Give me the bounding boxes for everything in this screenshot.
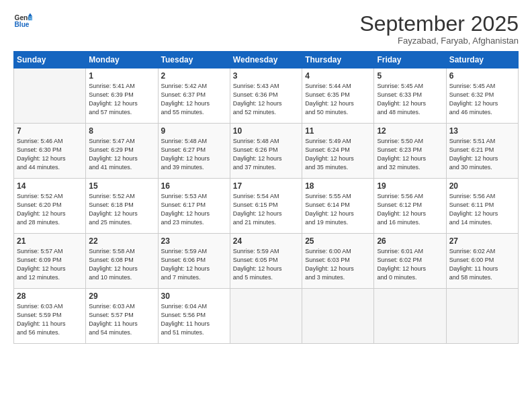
logo: General Blue (13, 12, 32, 31)
weekday-header-tuesday: Tuesday (158, 52, 230, 68)
calendar-cell: 20Sunrise: 5:56 AM Sunset: 6:11 PM Dayli… (446, 179, 518, 234)
month-title: September 2025 (359, 12, 519, 36)
day-number: 17 (233, 181, 299, 191)
day-info: Sunrise: 5:50 AM Sunset: 6:23 PM Dayligh… (377, 137, 443, 172)
calendar-week-2: 7Sunrise: 5:46 AM Sunset: 6:30 PM Daylig… (14, 124, 519, 179)
day-info: Sunrise: 5:49 AM Sunset: 6:24 PM Dayligh… (305, 137, 371, 172)
day-info: Sunrise: 5:47 AM Sunset: 6:29 PM Dayligh… (89, 137, 154, 172)
day-number: 8 (89, 126, 154, 136)
weekday-header-row: SundayMondayTuesdayWednesdayThursdayFrid… (14, 52, 519, 68)
day-info: Sunrise: 5:48 AM Sunset: 6:26 PM Dayligh… (233, 137, 299, 172)
day-number: 27 (449, 236, 515, 246)
day-number: 12 (377, 126, 443, 136)
weekday-header-sunday: Sunday (14, 52, 86, 68)
day-info: Sunrise: 5:59 AM Sunset: 6:06 PM Dayligh… (161, 247, 227, 282)
day-info: Sunrise: 6:03 AM Sunset: 5:57 PM Dayligh… (89, 302, 154, 337)
day-number: 14 (17, 181, 83, 191)
day-info: Sunrise: 5:45 AM Sunset: 6:33 PM Dayligh… (377, 82, 443, 117)
svg-text:Blue: Blue (15, 21, 30, 28)
day-number: 24 (233, 236, 299, 246)
day-number: 6 (449, 71, 515, 81)
calendar-cell: 30Sunrise: 6:04 AM Sunset: 5:56 PM Dayli… (158, 289, 230, 344)
day-number: 29 (89, 291, 154, 301)
calendar-cell: 17Sunrise: 5:54 AM Sunset: 6:15 PM Dayli… (230, 179, 302, 234)
day-number: 2 (161, 71, 227, 81)
calendar-cell (374, 289, 446, 344)
day-info: Sunrise: 5:56 AM Sunset: 6:12 PM Dayligh… (377, 192, 443, 227)
day-number: 5 (377, 71, 443, 81)
calendar-cell: 9Sunrise: 5:48 AM Sunset: 6:27 PM Daylig… (158, 124, 230, 179)
day-info: Sunrise: 5:56 AM Sunset: 6:11 PM Dayligh… (449, 192, 515, 227)
calendar-cell: 8Sunrise: 5:47 AM Sunset: 6:29 PM Daylig… (86, 124, 158, 179)
calendar-cell: 10Sunrise: 5:48 AM Sunset: 6:26 PM Dayli… (230, 124, 302, 179)
day-info: Sunrise: 5:53 AM Sunset: 6:17 PM Dayligh… (161, 192, 227, 227)
title-block: September 2025 Fayzabad, Faryab, Afghani… (359, 12, 519, 46)
calendar-cell: 16Sunrise: 5:53 AM Sunset: 6:17 PM Dayli… (158, 179, 230, 234)
day-info: Sunrise: 5:54 AM Sunset: 6:15 PM Dayligh… (233, 192, 299, 227)
calendar-cell: 6Sunrise: 5:45 AM Sunset: 6:32 PM Daylig… (446, 68, 518, 124)
day-number: 1 (89, 71, 154, 81)
day-info: Sunrise: 6:03 AM Sunset: 5:59 PM Dayligh… (17, 302, 83, 337)
day-info: Sunrise: 5:55 AM Sunset: 6:14 PM Dayligh… (305, 192, 371, 227)
day-info: Sunrise: 5:58 AM Sunset: 6:08 PM Dayligh… (89, 247, 154, 282)
calendar-cell: 19Sunrise: 5:56 AM Sunset: 6:12 PM Dayli… (374, 179, 446, 234)
page-header: General Blue September 2025 Fayzabad, Fa… (13, 12, 519, 46)
day-number: 22 (89, 236, 154, 246)
calendar-week-4: 21Sunrise: 5:57 AM Sunset: 6:09 PM Dayli… (14, 234, 519, 289)
day-info: Sunrise: 5:52 AM Sunset: 6:20 PM Dayligh… (17, 192, 83, 227)
day-info: Sunrise: 6:02 AM Sunset: 6:00 PM Dayligh… (449, 247, 515, 282)
day-number: 7 (17, 126, 83, 136)
weekday-header-thursday: Thursday (302, 52, 374, 68)
calendar-cell: 28Sunrise: 6:03 AM Sunset: 5:59 PM Dayli… (14, 289, 86, 344)
calendar-cell: 24Sunrise: 5:59 AM Sunset: 6:05 PM Dayli… (230, 234, 302, 289)
calendar-cell: 2Sunrise: 5:42 AM Sunset: 6:37 PM Daylig… (158, 68, 230, 124)
day-info: Sunrise: 5:51 AM Sunset: 6:21 PM Dayligh… (449, 137, 515, 172)
day-info: Sunrise: 5:41 AM Sunset: 6:39 PM Dayligh… (89, 82, 154, 117)
day-info: Sunrise: 6:01 AM Sunset: 6:02 PM Dayligh… (377, 247, 443, 282)
calendar-cell (230, 289, 302, 344)
day-info: Sunrise: 6:04 AM Sunset: 5:56 PM Dayligh… (161, 302, 227, 337)
day-info: Sunrise: 5:48 AM Sunset: 6:27 PM Dayligh… (161, 137, 227, 172)
day-info: Sunrise: 5:52 AM Sunset: 6:18 PM Dayligh… (89, 192, 154, 227)
day-number: 10 (233, 126, 299, 136)
calendar-cell: 25Sunrise: 6:00 AM Sunset: 6:03 PM Dayli… (302, 234, 374, 289)
calendar-cell: 21Sunrise: 5:57 AM Sunset: 6:09 PM Dayli… (14, 234, 86, 289)
day-number: 11 (305, 126, 371, 136)
day-number: 28 (17, 291, 83, 301)
calendar-cell: 11Sunrise: 5:49 AM Sunset: 6:24 PM Dayli… (302, 124, 374, 179)
weekday-header-wednesday: Wednesday (230, 52, 302, 68)
calendar-cell (14, 68, 86, 124)
day-info: Sunrise: 5:46 AM Sunset: 6:30 PM Dayligh… (17, 137, 83, 172)
calendar-cell: 4Sunrise: 5:44 AM Sunset: 6:35 PM Daylig… (302, 68, 374, 124)
calendar-cell: 1Sunrise: 5:41 AM Sunset: 6:39 PM Daylig… (86, 68, 158, 124)
calendar-cell: 26Sunrise: 6:01 AM Sunset: 6:02 PM Dayli… (374, 234, 446, 289)
day-number: 20 (449, 181, 515, 191)
day-info: Sunrise: 5:44 AM Sunset: 6:35 PM Dayligh… (305, 82, 371, 117)
day-number: 23 (161, 236, 227, 246)
calendar-cell: 27Sunrise: 6:02 AM Sunset: 6:00 PM Dayli… (446, 234, 518, 289)
location: Fayzabad, Faryab, Afghanistan (359, 36, 519, 46)
calendar-cell: 23Sunrise: 5:59 AM Sunset: 6:06 PM Dayli… (158, 234, 230, 289)
day-number: 19 (377, 181, 443, 191)
calendar-cell (446, 289, 518, 344)
calendar-table: SundayMondayTuesdayWednesdayThursdayFrid… (13, 51, 519, 344)
calendar-week-3: 14Sunrise: 5:52 AM Sunset: 6:20 PM Dayli… (14, 179, 519, 234)
calendar-cell: 12Sunrise: 5:50 AM Sunset: 6:23 PM Dayli… (374, 124, 446, 179)
day-number: 18 (305, 181, 371, 191)
day-info: Sunrise: 6:00 AM Sunset: 6:03 PM Dayligh… (305, 247, 371, 282)
calendar-week-5: 28Sunrise: 6:03 AM Sunset: 5:59 PM Dayli… (14, 289, 519, 344)
weekday-header-monday: Monday (86, 52, 158, 68)
calendar-cell: 22Sunrise: 5:58 AM Sunset: 6:08 PM Dayli… (86, 234, 158, 289)
weekday-header-friday: Friday (374, 52, 446, 68)
weekday-header-saturday: Saturday (446, 52, 518, 68)
day-info: Sunrise: 5:42 AM Sunset: 6:37 PM Dayligh… (161, 82, 227, 117)
calendar-cell: 3Sunrise: 5:43 AM Sunset: 6:36 PM Daylig… (230, 68, 302, 124)
day-info: Sunrise: 5:59 AM Sunset: 6:05 PM Dayligh… (233, 247, 299, 282)
day-number: 16 (161, 181, 227, 191)
day-info: Sunrise: 5:45 AM Sunset: 6:32 PM Dayligh… (449, 82, 515, 117)
day-info: Sunrise: 5:43 AM Sunset: 6:36 PM Dayligh… (233, 82, 299, 117)
day-number: 30 (161, 291, 227, 301)
calendar-cell: 13Sunrise: 5:51 AM Sunset: 6:21 PM Dayli… (446, 124, 518, 179)
day-number: 15 (89, 181, 154, 191)
calendar-cell: 14Sunrise: 5:52 AM Sunset: 6:20 PM Dayli… (14, 179, 86, 234)
